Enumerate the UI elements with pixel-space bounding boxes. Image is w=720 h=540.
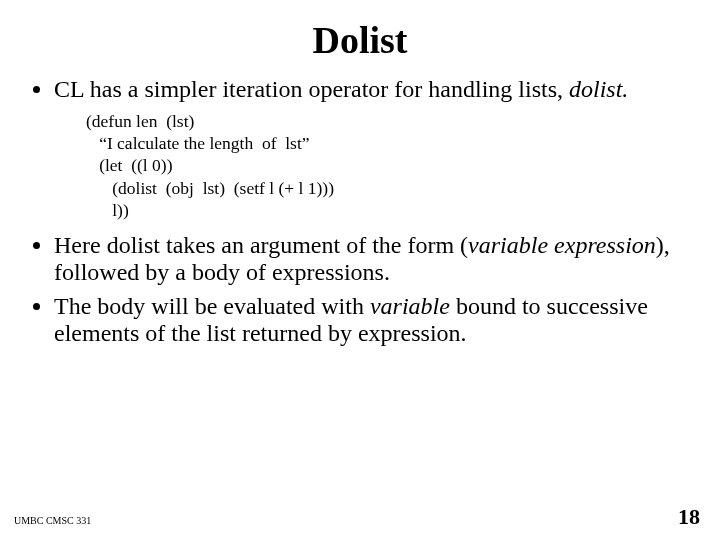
bullet-1: CL has a simpler iteration operator for … [54, 76, 688, 104]
footer-page-number: 18 [678, 504, 700, 530]
page-title: Dolist [32, 18, 688, 62]
bullet-2: Here dolist takes an argument of the for… [54, 232, 688, 287]
code-line-1: (defun len (lst) [86, 110, 688, 132]
bullet-2-text-b: variable expression [468, 232, 656, 258]
code-block: (defun len (lst) “I calculate the length… [86, 110, 688, 222]
code-line-4: (dolist (obj lst) (setf l (+ l 1))) [86, 177, 688, 199]
bullet-2-text-a: Here dolist takes an argument of the for… [54, 232, 468, 258]
bullet-3-text-b: variable [370, 293, 450, 319]
footer-left: UMBC CMSC 331 [14, 515, 91, 526]
bullet-3-text-a: The body will be evaluated with [54, 293, 370, 319]
bullet-list: CL has a simpler iteration operator for … [32, 76, 688, 104]
bullet-1-text-a: CL has a simpler iteration operator for … [54, 76, 569, 102]
slide: Dolist CL has a simpler iteration operat… [0, 0, 720, 540]
code-line-2: “I calculate the length of lst” [86, 132, 688, 154]
bullet-1-text-b: dolist. [569, 76, 628, 102]
bullet-3: The body will be evaluated with variable… [54, 293, 688, 348]
code-line-5: l)) [86, 199, 688, 221]
bullet-list-2: Here dolist takes an argument of the for… [32, 232, 688, 348]
code-line-3: (let ((l 0)) [86, 154, 688, 176]
